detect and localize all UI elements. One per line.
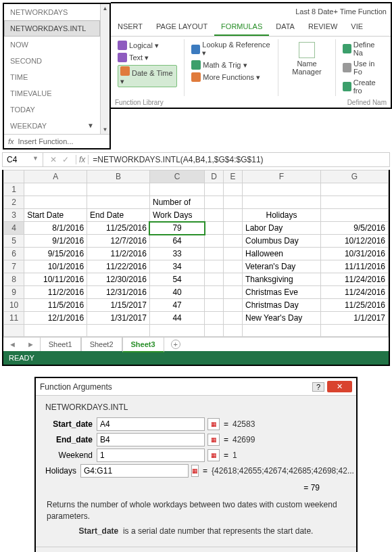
dropdown-item-networkdays-intl[interactable]: NETWORKDAYS.INTL — [4, 20, 100, 37]
tab-vie[interactable]: VIE — [344, 18, 370, 36]
dialog-description: Returns the number of whole workdays bet… — [47, 499, 345, 522]
row-header-1[interactable]: 1 — [4, 183, 24, 196]
row-header-4[interactable]: 4 — [4, 222, 24, 235]
sheet-tab-sheet3[interactable]: Sheet3 — [122, 337, 164, 352]
dropdown-item-networkdays[interactable]: NETWORKDAYS — [4, 4, 100, 20]
sheet-nav-next[interactable]: ► — [22, 338, 40, 351]
cell-C5[interactable]: 64 — [149, 235, 204, 248]
ribbon-math-trig-button[interactable]: Math & Trig ▾ — [191, 60, 271, 70]
col-header-E[interactable]: E — [224, 170, 243, 183]
dropdown-item-second[interactable]: SECOND — [4, 53, 100, 69]
tab-data[interactable]: DATA — [269, 18, 301, 36]
cell-C4[interactable]: 79 — [149, 222, 204, 235]
accept-formula-icon[interactable]: ✓ — [62, 155, 69, 164]
dropdown-item-today[interactable]: TODAY — [4, 101, 100, 118]
ribbon-logical-button[interactable]: Logical ▾ — [118, 41, 177, 50]
dropdown-item-now[interactable]: NOW — [4, 37, 100, 53]
cell-C10[interactable]: 47 — [149, 299, 204, 312]
cell-C6[interactable]: 33 — [149, 248, 204, 260]
formula-bar: C4 ▼ ✕✓ fx =NETWORKDAYS.INTL(A4,B4,1,$G$… — [2, 152, 390, 167]
cell-C8[interactable]: 54 — [149, 273, 204, 286]
ribbon-lookup-reference-button[interactable]: Lookup & Reference ▾ — [191, 41, 271, 58]
ribbon-text-button[interactable]: Text ▾ — [118, 53, 177, 62]
cell-C9[interactable]: 40 — [149, 286, 204, 299]
row-header-11[interactable]: 11 — [4, 312, 24, 325]
ribbon-date-time-button[interactable]: Date & Time ▾ — [118, 65, 177, 87]
dialog-close-button[interactable]: ✕ — [327, 381, 352, 392]
sheet-tab-sheet1[interactable]: Sheet1 — [40, 337, 81, 351]
range-picker-icon[interactable]: ▦ — [207, 434, 220, 446]
function-arguments-dialog: Function Arguments ? ✕ NETWORKDAYS.INTL … — [34, 377, 358, 552]
range-picker-icon[interactable]: ▦ — [191, 465, 199, 477]
tab-page-layout[interactable]: PAGE LAYOUT — [149, 18, 214, 36]
row-header-9[interactable]: 9 — [4, 286, 24, 299]
arg-start_date-input[interactable] — [97, 417, 205, 431]
arg-end_date-input[interactable] — [97, 433, 205, 446]
insert-function-label: Insert Function... — [18, 137, 74, 145]
range-picker-icon[interactable]: ▦ — [207, 418, 220, 430]
insert-function-button[interactable]: fx Insert Function... — [4, 134, 109, 148]
cancel-formula-icon[interactable]: ✕ — [50, 155, 57, 164]
cell-C7[interactable]: 34 — [149, 260, 204, 273]
ribbon-define-na-button[interactable]: Define Na — [343, 41, 384, 57]
fx-label[interactable]: fx — [76, 155, 89, 164]
row-header-10[interactable]: 10 — [4, 299, 24, 312]
dialog-function-name: NETWORKDAYS.INTL — [45, 402, 347, 412]
fx-icon: fx — [8, 137, 14, 145]
row-header-5[interactable]: 5 — [4, 235, 24, 248]
ribbon-create-fro-button[interactable]: Create fro — [343, 78, 384, 95]
window-title: Last 8 Date+ Time Function — [111, 3, 391, 18]
col-header-A[interactable]: A — [24, 170, 87, 183]
name-manager-icon — [299, 42, 315, 58]
ribbon-use-in-fo-button[interactable]: Use in Fo — [343, 60, 384, 76]
dropdown-scrollbar[interactable]: ▲▼ — [100, 4, 109, 134]
function-library-label: Function Library — [111, 97, 343, 108]
ribbon-tabs: NSERTPAGE LAYOUTFORMULASDATAREVIEWVIE — [111, 18, 391, 37]
col-header-C[interactable]: C — [149, 170, 204, 183]
col-header-B[interactable]: B — [87, 170, 150, 183]
name-manager-button[interactable]: Name Manager — [283, 60, 330, 76]
dropdown-item-timevalue[interactable]: TIMEVALUE — [4, 85, 100, 101]
row-header-8[interactable]: 8 — [4, 273, 24, 286]
calc-result: = 79 — [45, 483, 320, 492]
dropdown-item-time[interactable]: TIME — [4, 69, 100, 85]
tab-review[interactable]: REVIEW — [301, 18, 344, 36]
dropdown-item-weekday[interactable]: WEEKDAY▼ — [4, 118, 100, 134]
row-header-2[interactable]: 2 — [4, 196, 24, 209]
arg-holidays-input[interactable] — [80, 464, 189, 478]
dialog-title: Function Arguments — [40, 382, 312, 392]
function-dropdown[interactable]: NETWORKDAYSNETWORKDAYS.INTLNOWSECONDTIME… — [3, 3, 111, 150]
dialog-help-button[interactable]: ? — [312, 382, 324, 392]
defined-names-label: Defined Nam — [343, 97, 391, 108]
add-sheet-button[interactable]: + — [171, 340, 180, 349]
tab-nsert[interactable]: NSERT — [111, 18, 149, 36]
spreadsheet-grid[interactable]: ABCDEFG 12Number of3Start DateEnd DateWo… — [3, 170, 389, 337]
tab-formulas[interactable]: FORMULAS — [214, 18, 269, 36]
row-header-3[interactable]: 3 — [4, 209, 24, 222]
arg-weekend-input[interactable] — [97, 448, 205, 462]
range-picker-icon[interactable]: ▦ — [207, 449, 220, 461]
cell-C11[interactable]: 44 — [149, 312, 204, 325]
ribbon-more-functions-button[interactable]: More Functions ▾ — [191, 72, 271, 82]
sheet-nav-prev[interactable]: ◄ — [3, 338, 22, 351]
formula-input[interactable]: =NETWORKDAYS.INTL(A4,B4,1,$G$4:$G$11) — [89, 153, 389, 166]
col-header-G[interactable]: G — [321, 170, 389, 183]
row-header-7[interactable]: 7 — [4, 260, 24, 273]
col-header-F[interactable]: F — [242, 170, 320, 183]
row-header-6[interactable]: 6 — [4, 248, 24, 260]
name-box[interactable]: C4 ▼ — [3, 153, 43, 166]
status-bar: READY — [3, 351, 389, 365]
col-header-D[interactable]: D — [205, 170, 224, 183]
sheet-tab-sheet2[interactable]: Sheet2 — [81, 337, 122, 351]
